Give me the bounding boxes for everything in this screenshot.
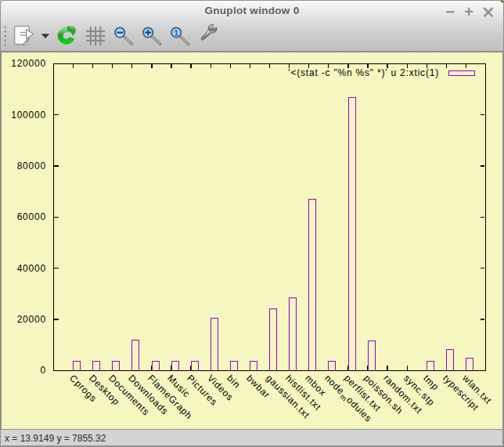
svg-text:1: 1 [174,28,178,38]
